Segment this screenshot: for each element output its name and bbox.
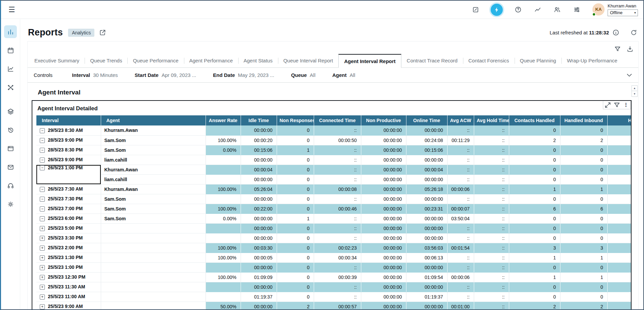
agent-cell[interactable] bbox=[101, 233, 206, 243]
value-cell[interactable] bbox=[206, 233, 241, 243]
expand-row-icon[interactable]: + bbox=[40, 285, 45, 290]
value-cell[interactable]: :: bbox=[447, 155, 474, 165]
sidebar-analytics-icon[interactable] bbox=[4, 25, 17, 38]
value-cell[interactable]: :: bbox=[314, 233, 361, 243]
value-cell[interactable] bbox=[607, 243, 631, 253]
value-cell[interactable]: 00:00:00 bbox=[361, 223, 406, 233]
interval-cell[interactable]: −25/5/23 6:00 PM bbox=[36, 214, 101, 223]
value-cell[interactable]: 0 bbox=[277, 292, 314, 302]
value-cell[interactable] bbox=[607, 135, 631, 145]
value-cell[interactable]: :: bbox=[474, 282, 509, 292]
interval-cell[interactable]: +25/5/23 12:30 PM bbox=[36, 272, 101, 282]
interval-cell[interactable]: −25/5/23 7:00 PM bbox=[36, 204, 101, 214]
value-cell[interactable] bbox=[607, 204, 631, 214]
metrics-icon[interactable] bbox=[533, 5, 542, 14]
value-cell[interactable]: :: bbox=[474, 253, 509, 262]
value-cell[interactable] bbox=[607, 174, 631, 184]
value-cell[interactable]: 0 bbox=[509, 214, 560, 223]
collapse-row-icon[interactable]: − bbox=[40, 206, 45, 212]
filter-icon[interactable] bbox=[614, 46, 621, 53]
column-header-connected-time[interactable]: Connected Time bbox=[314, 115, 361, 125]
value-cell[interactable]: 00:00:00 bbox=[406, 262, 447, 272]
value-cell[interactable]: 1 bbox=[277, 145, 314, 155]
value-cell[interactable]: 00:00:00 bbox=[406, 194, 447, 204]
value-cell[interactable]: 0 bbox=[560, 145, 607, 155]
value-cell[interactable]: 00:00:00 bbox=[406, 223, 447, 233]
sidebar-mail-icon[interactable] bbox=[4, 161, 17, 173]
value-cell[interactable]: 0 bbox=[560, 262, 607, 272]
value-cell[interactable]: 05:26:18 bbox=[406, 184, 447, 194]
value-cell[interactable]: 00:00:00 bbox=[406, 282, 447, 292]
value-cell[interactable]: 00:03:30 bbox=[241, 243, 277, 253]
value-cell[interactable]: 0 bbox=[509, 174, 560, 184]
value-cell[interactable] bbox=[206, 174, 241, 184]
column-header-contacts-handled[interactable]: Contacts Handled bbox=[509, 115, 560, 125]
value-cell[interactable]: 01:09:09 bbox=[241, 272, 277, 282]
value-cell[interactable]: :: bbox=[474, 165, 509, 174]
help-icon[interactable] bbox=[514, 5, 522, 14]
value-cell[interactable]: 100.00% bbox=[206, 204, 241, 214]
tab-agent-interval-report[interactable]: Agent Interval Report bbox=[338, 54, 401, 68]
interval-cell[interactable]: +25/5/23 5:00 PM bbox=[36, 223, 101, 233]
value-cell[interactable]: 00:00:20 bbox=[241, 135, 277, 145]
collapse-row-icon[interactable]: − bbox=[40, 138, 45, 143]
value-cell[interactable]: 00:00:00 bbox=[361, 135, 406, 145]
value-cell[interactable]: 00:00:39 bbox=[314, 272, 361, 282]
collapse-row-icon[interactable]: − bbox=[40, 197, 45, 202]
value-cell[interactable]: 00:00:04 bbox=[241, 165, 277, 174]
info-icon[interactable] bbox=[612, 29, 619, 36]
value-cell[interactable]: 00:23:31 bbox=[406, 204, 447, 214]
value-cell[interactable]: 00:00:00 bbox=[406, 174, 447, 184]
agent-cell[interactable] bbox=[101, 253, 206, 262]
value-cell[interactable]: 0 bbox=[560, 292, 607, 302]
tab-queue-performance[interactable]: Queue Performance bbox=[127, 54, 184, 67]
value-cell[interactable]: :: bbox=[314, 165, 361, 174]
value-cell[interactable]: 1 bbox=[277, 214, 314, 223]
column-header-idle-time[interactable]: Idle Time bbox=[241, 115, 277, 125]
agent-cell[interactable] bbox=[101, 292, 206, 302]
value-cell[interactable]: 0 bbox=[509, 262, 560, 272]
value-cell[interactable]: 00:00:57 bbox=[314, 302, 361, 309]
value-cell[interactable]: 00:00:00 bbox=[361, 243, 406, 253]
agent-cell[interactable]: Khurram.Awan bbox=[101, 184, 206, 194]
agent-cell[interactable]: Sam.Som bbox=[101, 145, 206, 155]
collapse-row-icon[interactable]: − bbox=[40, 187, 45, 192]
agent-cell[interactable]: Sam.Som bbox=[101, 135, 206, 145]
value-cell[interactable]: :: bbox=[474, 262, 509, 272]
value-cell[interactable] bbox=[607, 145, 631, 155]
value-cell[interactable]: 00:00:00 bbox=[361, 184, 406, 194]
users-icon[interactable] bbox=[553, 5, 561, 14]
scroll-down-icon[interactable]: ▼ bbox=[632, 91, 638, 97]
sidebar-calendar-icon[interactable] bbox=[4, 44, 17, 57]
control-end-date[interactable]: End DateMay 29, 2023 ... bbox=[213, 72, 274, 78]
value-cell[interactable]: 00:00:06 bbox=[447, 272, 474, 282]
value-cell[interactable]: 0 bbox=[560, 233, 607, 243]
value-cell[interactable] bbox=[206, 282, 241, 292]
tab-agent-status[interactable]: Agent Status bbox=[238, 54, 278, 67]
value-cell[interactable]: 00:00:06 bbox=[447, 184, 474, 194]
menu-dots-icon[interactable]: ⋮ bbox=[621, 101, 631, 109]
column-header-avg-acw[interactable]: Avg ACW bbox=[447, 115, 474, 125]
control-queue[interactable]: QueueAll bbox=[291, 72, 315, 78]
interval-cell[interactable]: −26/5/23 1:00 PM bbox=[36, 165, 101, 184]
value-cell[interactable]: :: bbox=[314, 223, 361, 233]
value-cell[interactable] bbox=[206, 155, 241, 165]
value-cell[interactable]: 00:00:00 bbox=[361, 165, 406, 174]
agent-cell[interactable]: Khurram.Awan bbox=[101, 125, 206, 135]
tab-queue-planning[interactable]: Queue Planning bbox=[515, 54, 562, 67]
value-cell[interactable]: 0 bbox=[277, 165, 314, 174]
agent-cell[interactable] bbox=[101, 262, 206, 272]
notes-icon[interactable] bbox=[471, 5, 480, 14]
value-cell[interactable]: 00:00:00 bbox=[406, 302, 447, 309]
maximize-icon[interactable] bbox=[603, 101, 612, 109]
value-cell[interactable]: 00:02:23 bbox=[314, 243, 361, 253]
sidebar-headset-icon[interactable] bbox=[4, 179, 17, 192]
value-cell[interactable]: :: bbox=[314, 125, 361, 135]
agent-cell[interactable]: liam.cahill bbox=[101, 174, 206, 184]
control-agent[interactable]: AgentAll bbox=[332, 72, 355, 78]
value-cell[interactable]: 50.00% bbox=[206, 302, 241, 309]
value-cell[interactable]: 00:00:04 bbox=[406, 165, 447, 174]
tab-queue-trends[interactable]: Queue Trends bbox=[85, 54, 127, 67]
value-cell[interactable] bbox=[206, 125, 241, 135]
value-cell[interactable]: 0 bbox=[509, 194, 560, 204]
